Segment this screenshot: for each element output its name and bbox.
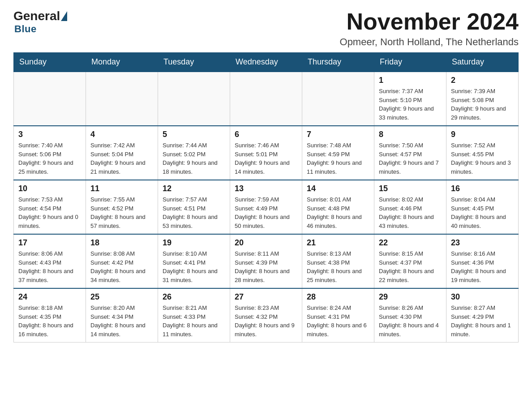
day-info: Sunrise: 8:10 AM Sunset: 4:41 PM Dayligh… xyxy=(163,249,225,284)
day-info: Sunrise: 8:26 AM Sunset: 4:30 PM Dayligh… xyxy=(379,304,442,338)
calendar-cell xyxy=(302,72,374,126)
calendar-cell xyxy=(230,72,302,126)
day-info: Sunrise: 7:52 AM Sunset: 4:55 PM Dayligh… xyxy=(451,141,514,176)
day-info: Sunrise: 8:02 AM Sunset: 4:46 PM Dayligh… xyxy=(379,195,442,230)
calendar-cell: 22Sunrise: 8:15 AM Sunset: 4:37 PM Dayli… xyxy=(374,234,446,288)
day-number: 13 xyxy=(235,184,297,193)
calendar-cell: 20Sunrise: 8:11 AM Sunset: 4:39 PM Dayli… xyxy=(230,234,302,288)
month-title: November 2024 xyxy=(340,9,519,34)
day-info: Sunrise: 8:23 AM Sunset: 4:32 PM Dayligh… xyxy=(235,304,297,338)
day-number: 28 xyxy=(307,292,369,302)
calendar-week-row: 17Sunrise: 8:06 AM Sunset: 4:43 PM Dayli… xyxy=(14,234,519,288)
calendar-week-row: 24Sunrise: 8:18 AM Sunset: 4:35 PM Dayli… xyxy=(14,288,519,342)
day-info: Sunrise: 8:27 AM Sunset: 4:29 PM Dayligh… xyxy=(451,304,514,338)
calendar-cell xyxy=(158,72,230,126)
calendar-cell: 9Sunrise: 7:52 AM Sunset: 4:55 PM Daylig… xyxy=(446,126,519,180)
calendar-cell: 1Sunrise: 7:37 AM Sunset: 5:10 PM Daylig… xyxy=(374,72,446,126)
weekday-header-sunday: Sunday xyxy=(14,53,86,72)
day-info: Sunrise: 8:21 AM Sunset: 4:33 PM Dayligh… xyxy=(163,304,225,338)
day-info: Sunrise: 7:42 AM Sunset: 5:04 PM Dayligh… xyxy=(90,141,153,176)
day-info: Sunrise: 8:20 AM Sunset: 4:34 PM Dayligh… xyxy=(90,304,153,338)
calendar-cell: 16Sunrise: 8:04 AM Sunset: 4:45 PM Dayli… xyxy=(446,180,519,234)
day-info: Sunrise: 8:08 AM Sunset: 4:42 PM Dayligh… xyxy=(90,249,153,284)
day-number: 23 xyxy=(451,238,514,248)
day-info: Sunrise: 8:01 AM Sunset: 4:48 PM Dayligh… xyxy=(307,195,369,230)
logo-general-text: General xyxy=(13,9,60,23)
calendar-cell: 28Sunrise: 8:24 AM Sunset: 4:31 PM Dayli… xyxy=(302,288,374,342)
day-number: 30 xyxy=(451,292,514,302)
calendar-table: SundayMondayTuesdayWednesdayThursdayFrid… xyxy=(13,52,519,342)
day-number: 15 xyxy=(379,184,442,193)
day-number: 26 xyxy=(163,292,225,302)
day-number: 21 xyxy=(307,238,369,248)
calendar-cell: 19Sunrise: 8:10 AM Sunset: 4:41 PM Dayli… xyxy=(158,234,230,288)
weekday-header-friday: Friday xyxy=(374,53,446,72)
day-number: 24 xyxy=(18,292,81,302)
day-number: 3 xyxy=(18,130,81,139)
day-info: Sunrise: 7:46 AM Sunset: 5:01 PM Dayligh… xyxy=(235,141,297,176)
day-info: Sunrise: 7:50 AM Sunset: 4:57 PM Dayligh… xyxy=(379,141,442,176)
logo-blue-text: Blue xyxy=(14,23,37,35)
calendar-cell xyxy=(14,72,86,126)
calendar-cell: 13Sunrise: 7:59 AM Sunset: 4:49 PM Dayli… xyxy=(230,180,302,234)
day-info: Sunrise: 8:06 AM Sunset: 4:43 PM Dayligh… xyxy=(18,249,81,284)
day-number: 11 xyxy=(90,184,153,193)
day-number: 7 xyxy=(307,130,369,139)
calendar-cell: 25Sunrise: 8:20 AM Sunset: 4:34 PM Dayli… xyxy=(86,288,158,342)
day-info: Sunrise: 8:11 AM Sunset: 4:39 PM Dayligh… xyxy=(235,249,297,284)
day-info: Sunrise: 8:24 AM Sunset: 4:31 PM Dayligh… xyxy=(307,304,369,338)
day-info: Sunrise: 7:37 AM Sunset: 5:10 PM Dayligh… xyxy=(379,87,442,122)
day-number: 14 xyxy=(307,184,369,193)
day-number: 29 xyxy=(379,292,442,302)
day-info: Sunrise: 8:16 AM Sunset: 4:36 PM Dayligh… xyxy=(451,249,514,284)
day-number: 9 xyxy=(451,130,514,139)
day-number: 6 xyxy=(235,130,297,139)
calendar-cell: 7Sunrise: 7:48 AM Sunset: 4:59 PM Daylig… xyxy=(302,126,374,180)
day-info: Sunrise: 7:48 AM Sunset: 4:59 PM Dayligh… xyxy=(307,141,369,176)
calendar-cell: 11Sunrise: 7:55 AM Sunset: 4:52 PM Dayli… xyxy=(86,180,158,234)
calendar-cell xyxy=(86,72,158,126)
calendar-cell: 21Sunrise: 8:13 AM Sunset: 4:38 PM Dayli… xyxy=(302,234,374,288)
calendar-cell: 14Sunrise: 8:01 AM Sunset: 4:48 PM Dayli… xyxy=(302,180,374,234)
day-info: Sunrise: 7:39 AM Sunset: 5:08 PM Dayligh… xyxy=(451,87,514,122)
day-number: 12 xyxy=(163,184,225,193)
day-number: 1 xyxy=(379,76,442,85)
day-number: 16 xyxy=(451,184,514,193)
weekday-header-row: SundayMondayTuesdayWednesdayThursdayFrid… xyxy=(14,53,519,72)
calendar-cell: 8Sunrise: 7:50 AM Sunset: 4:57 PM Daylig… xyxy=(374,126,446,180)
calendar-cell: 3Sunrise: 7:40 AM Sunset: 5:06 PM Daylig… xyxy=(14,126,86,180)
calendar-cell: 27Sunrise: 8:23 AM Sunset: 4:32 PM Dayli… xyxy=(230,288,302,342)
page-header: General Blue November 2024 Opmeer, North… xyxy=(13,9,519,48)
day-number: 4 xyxy=(90,130,153,139)
calendar-cell: 24Sunrise: 8:18 AM Sunset: 4:35 PM Dayli… xyxy=(14,288,86,342)
day-number: 25 xyxy=(90,292,153,302)
calendar-cell: 4Sunrise: 7:42 AM Sunset: 5:04 PM Daylig… xyxy=(86,126,158,180)
day-number: 19 xyxy=(163,238,225,248)
day-info: Sunrise: 7:40 AM Sunset: 5:06 PM Dayligh… xyxy=(18,141,81,176)
calendar-cell: 17Sunrise: 8:06 AM Sunset: 4:43 PM Dayli… xyxy=(14,234,86,288)
calendar-cell: 12Sunrise: 7:57 AM Sunset: 4:51 PM Dayli… xyxy=(158,180,230,234)
day-info: Sunrise: 7:57 AM Sunset: 4:51 PM Dayligh… xyxy=(163,195,225,230)
day-info: Sunrise: 7:59 AM Sunset: 4:49 PM Dayligh… xyxy=(235,195,297,230)
title-area: November 2024 Opmeer, North Holland, The… xyxy=(340,9,519,48)
calendar-cell: 10Sunrise: 7:53 AM Sunset: 4:54 PM Dayli… xyxy=(14,180,86,234)
calendar-cell: 30Sunrise: 8:27 AM Sunset: 4:29 PM Dayli… xyxy=(446,288,519,342)
calendar-cell: 5Sunrise: 7:44 AM Sunset: 5:02 PM Daylig… xyxy=(158,126,230,180)
day-info: Sunrise: 8:18 AM Sunset: 4:35 PM Dayligh… xyxy=(18,304,81,338)
calendar-cell: 26Sunrise: 8:21 AM Sunset: 4:33 PM Dayli… xyxy=(158,288,230,342)
day-info: Sunrise: 7:44 AM Sunset: 5:02 PM Dayligh… xyxy=(163,141,225,176)
calendar-cell: 15Sunrise: 8:02 AM Sunset: 4:46 PM Dayli… xyxy=(374,180,446,234)
day-number: 18 xyxy=(90,238,153,248)
calendar-cell: 29Sunrise: 8:26 AM Sunset: 4:30 PM Dayli… xyxy=(374,288,446,342)
day-number: 17 xyxy=(18,238,81,248)
day-number: 8 xyxy=(379,130,442,139)
day-info: Sunrise: 7:55 AM Sunset: 4:52 PM Dayligh… xyxy=(90,195,153,230)
calendar-cell: 2Sunrise: 7:39 AM Sunset: 5:08 PM Daylig… xyxy=(446,72,519,126)
location-text: Opmeer, North Holland, The Netherlands xyxy=(340,36,519,48)
day-info: Sunrise: 8:13 AM Sunset: 4:38 PM Dayligh… xyxy=(307,249,369,284)
day-info: Sunrise: 8:15 AM Sunset: 4:37 PM Dayligh… xyxy=(379,249,442,284)
weekday-header-saturday: Saturday xyxy=(446,53,519,72)
day-number: 10 xyxy=(18,184,81,193)
weekday-header-tuesday: Tuesday xyxy=(158,53,230,72)
day-number: 22 xyxy=(379,238,442,248)
